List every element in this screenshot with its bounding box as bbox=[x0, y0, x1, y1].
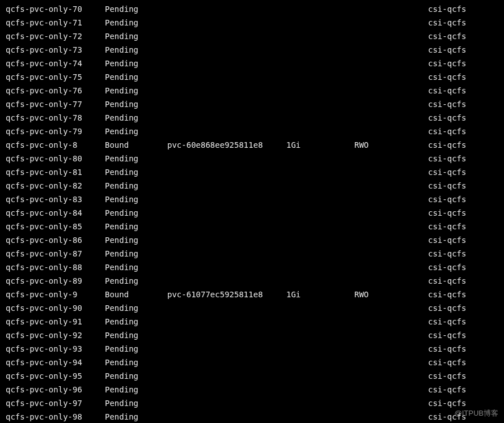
pvc-status: Pending bbox=[105, 234, 167, 246]
pvc-storageclass: csi-qcfs bbox=[428, 180, 466, 192]
pvc-name: qcfs-pvc-only-79 bbox=[6, 126, 105, 138]
pvc-name: qcfs-pvc-only-9 bbox=[6, 289, 105, 301]
pvc-storageclass: csi-qcfs bbox=[428, 85, 466, 97]
pvc-status: Pending bbox=[105, 112, 167, 124]
pvc-name: qcfs-pvc-only-98 bbox=[6, 411, 105, 423]
pvc-status: Pending bbox=[105, 248, 167, 260]
table-row: qcfs-pvc-only-96Pendingcsi-qcfs bbox=[6, 383, 498, 396]
pvc-status: Bound bbox=[105, 289, 167, 301]
table-row: qcfs-pvc-only-74Pendingcsi-qcfs bbox=[6, 57, 498, 70]
pvc-access-mode: RWO bbox=[354, 289, 428, 301]
table-row: qcfs-pvc-only-92Pendingcsi-qcfs bbox=[6, 328, 498, 342]
pvc-name: qcfs-pvc-only-70 bbox=[6, 3, 105, 15]
table-row: qcfs-pvc-only-73Pendingcsi-qcfs bbox=[6, 43, 498, 57]
pvc-name: qcfs-pvc-only-72 bbox=[6, 31, 105, 42]
terminal-output: qcfs-pvc-only-70Pendingcsi-qcfsqcfs-pvc-… bbox=[6, 2, 498, 423]
pvc-status: Pending bbox=[105, 71, 167, 83]
table-row: qcfs-pvc-only-72Pendingcsi-qcfs bbox=[6, 29, 498, 43]
pvc-name: qcfs-pvc-only-87 bbox=[6, 248, 105, 260]
pvc-name: qcfs-pvc-only-89 bbox=[6, 275, 105, 287]
table-row: qcfs-pvc-only-86Pendingcsi-qcfs bbox=[6, 233, 498, 247]
pvc-volume: pvc-60e868ee925811e8 bbox=[167, 139, 286, 151]
pvc-capacity: 1Gi bbox=[286, 139, 354, 151]
pvc-name: qcfs-pvc-only-76 bbox=[6, 85, 105, 97]
table-row: qcfs-pvc-only-75Pendingcsi-qcfs bbox=[6, 70, 498, 84]
pvc-name: qcfs-pvc-only-90 bbox=[6, 302, 105, 314]
pvc-name: qcfs-pvc-only-92 bbox=[6, 330, 105, 341]
pvc-status: Pending bbox=[105, 357, 167, 369]
pvc-name: qcfs-pvc-only-75 bbox=[6, 71, 105, 83]
pvc-name: qcfs-pvc-only-96 bbox=[6, 384, 105, 396]
table-row: qcfs-pvc-only-81Pendingcsi-qcfs bbox=[6, 165, 498, 179]
pvc-storageclass: csi-qcfs bbox=[428, 17, 466, 29]
table-row: qcfs-pvc-only-97Pendingcsi-qcfs bbox=[6, 396, 498, 410]
pvc-status: Pending bbox=[105, 17, 167, 29]
pvc-status: Pending bbox=[105, 126, 167, 138]
pvc-status: Pending bbox=[105, 153, 167, 165]
pvc-storageclass: csi-qcfs bbox=[428, 248, 466, 260]
pvc-status: Pending bbox=[105, 58, 167, 70]
table-row: qcfs-pvc-only-93Pendingcsi-qcfs bbox=[6, 342, 498, 356]
pvc-volume: pvc-61077ec5925811e8 bbox=[167, 289, 286, 301]
pvc-status: Pending bbox=[105, 85, 167, 97]
pvc-access-mode: RWO bbox=[354, 139, 428, 151]
table-row: qcfs-pvc-only-82Pendingcsi-qcfs bbox=[6, 179, 498, 193]
pvc-status: Pending bbox=[105, 316, 167, 328]
table-row: qcfs-pvc-only-84Pendingcsi-qcfs bbox=[6, 206, 498, 220]
pvc-status: Pending bbox=[105, 207, 167, 219]
pvc-status: Pending bbox=[105, 411, 167, 423]
pvc-status: Pending bbox=[105, 302, 167, 314]
pvc-storageclass: csi-qcfs bbox=[428, 275, 466, 287]
pvc-storageclass: csi-qcfs bbox=[428, 302, 466, 314]
table-row: qcfs-pvc-only-87Pendingcsi-qcfs bbox=[6, 247, 498, 260]
table-row: qcfs-pvc-only-79Pendingcsi-qcfs bbox=[6, 125, 498, 138]
pvc-name: qcfs-pvc-only-73 bbox=[6, 44, 105, 56]
table-row: qcfs-pvc-only-71Pendingcsi-qcfs bbox=[6, 16, 498, 29]
pvc-storageclass: csi-qcfs bbox=[428, 330, 466, 341]
pvc-status: Pending bbox=[105, 275, 167, 287]
pvc-name: qcfs-pvc-only-71 bbox=[6, 17, 105, 29]
pvc-name: qcfs-pvc-only-78 bbox=[6, 112, 105, 124]
table-row: qcfs-pvc-only-91Pendingcsi-qcfs bbox=[6, 315, 498, 328]
pvc-storageclass: csi-qcfs bbox=[428, 153, 466, 165]
pvc-status: Pending bbox=[105, 99, 167, 110]
table-row: qcfs-pvc-only-98Pendingcsi-qcfs bbox=[6, 410, 498, 423]
pvc-capacity: 1Gi bbox=[286, 289, 354, 301]
table-row: qcfs-pvc-only-70Pendingcsi-qcfs bbox=[6, 2, 498, 16]
table-row: qcfs-pvc-only-80Pendingcsi-qcfs bbox=[6, 152, 498, 165]
pvc-name: qcfs-pvc-only-80 bbox=[6, 153, 105, 165]
pvc-storageclass: csi-qcfs bbox=[428, 384, 466, 396]
pvc-status: Pending bbox=[105, 194, 167, 206]
pvc-storageclass: csi-qcfs bbox=[428, 357, 466, 369]
pvc-name: qcfs-pvc-only-83 bbox=[6, 194, 105, 206]
table-row: qcfs-pvc-only-95Pendingcsi-qcfs bbox=[6, 369, 498, 383]
pvc-name: qcfs-pvc-only-77 bbox=[6, 99, 105, 110]
table-row: qcfs-pvc-only-83Pendingcsi-qcfs bbox=[6, 193, 498, 206]
table-row: qcfs-pvc-only-88Pendingcsi-qcfs bbox=[6, 260, 498, 274]
pvc-name: qcfs-pvc-only-84 bbox=[6, 207, 105, 219]
pvc-status: Pending bbox=[105, 31, 167, 42]
pvc-name: qcfs-pvc-only-95 bbox=[6, 370, 105, 382]
pvc-name: qcfs-pvc-only-8 bbox=[6, 139, 105, 151]
pvc-name: qcfs-pvc-only-82 bbox=[6, 180, 105, 192]
pvc-storageclass: csi-qcfs bbox=[428, 3, 466, 15]
pvc-storageclass: csi-qcfs bbox=[428, 99, 466, 110]
table-row: qcfs-pvc-only-90Pendingcsi-qcfs bbox=[6, 301, 498, 315]
pvc-name: qcfs-pvc-only-88 bbox=[6, 262, 105, 274]
pvc-status: Pending bbox=[105, 3, 167, 15]
pvc-storageclass: csi-qcfs bbox=[428, 71, 466, 83]
pvc-storageclass: csi-qcfs bbox=[428, 262, 466, 274]
pvc-name: qcfs-pvc-only-91 bbox=[6, 316, 105, 328]
pvc-status: Pending bbox=[105, 343, 167, 355]
pvc-storageclass: csi-qcfs bbox=[428, 112, 466, 124]
pvc-status: Pending bbox=[105, 221, 167, 233]
pvc-storageclass: csi-qcfs bbox=[428, 343, 466, 355]
pvc-storageclass: csi-qcfs bbox=[428, 44, 466, 56]
pvc-name: qcfs-pvc-only-81 bbox=[6, 166, 105, 178]
pvc-storageclass: csi-qcfs bbox=[428, 316, 466, 328]
table-row: qcfs-pvc-only-9Boundpvc-61077ec5925811e8… bbox=[6, 288, 498, 301]
pvc-name: qcfs-pvc-only-97 bbox=[6, 398, 105, 409]
pvc-storageclass: csi-qcfs bbox=[428, 289, 466, 301]
pvc-name: qcfs-pvc-only-85 bbox=[6, 221, 105, 233]
table-row: qcfs-pvc-only-77Pendingcsi-qcfs bbox=[6, 97, 498, 111]
